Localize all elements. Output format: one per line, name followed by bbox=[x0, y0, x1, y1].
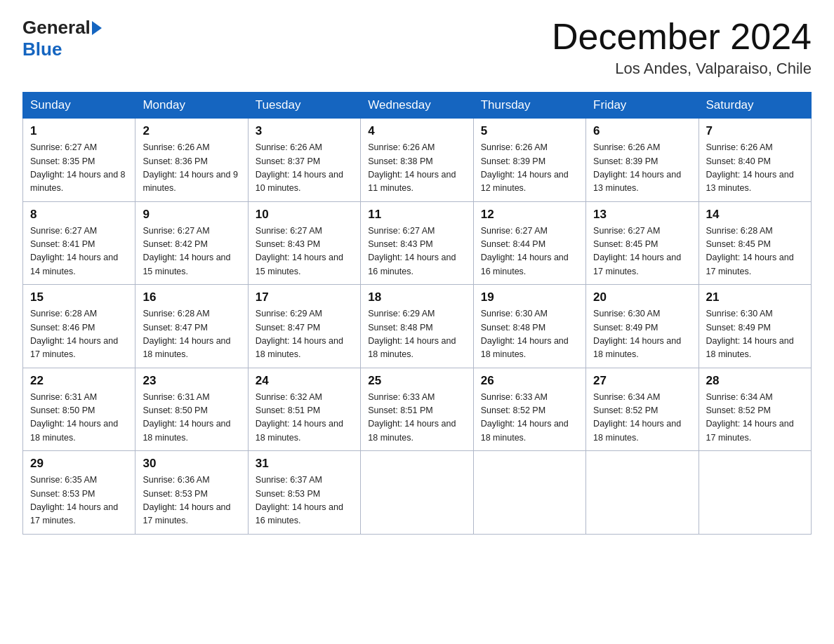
day-info: Sunrise: 6:31 AMSunset: 8:50 PMDaylight:… bbox=[30, 392, 118, 443]
day-info: Sunrise: 6:26 AMSunset: 8:39 PMDaylight:… bbox=[481, 142, 569, 193]
logo-blue-text: Blue bbox=[22, 39, 62, 60]
location-subtitle: Los Andes, Valparaiso, Chile bbox=[552, 60, 812, 78]
calendar-cell: 24 Sunrise: 6:32 AMSunset: 8:51 PMDaylig… bbox=[248, 368, 360, 451]
day-number: 6 bbox=[593, 124, 691, 138]
day-info: Sunrise: 6:29 AMSunset: 8:48 PMDaylight:… bbox=[368, 309, 456, 359]
calendar-cell: 13 Sunrise: 6:27 AMSunset: 8:45 PMDaylig… bbox=[586, 201, 699, 285]
calendar-cell: 22 Sunrise: 6:31 AMSunset: 8:50 PMDaylig… bbox=[23, 368, 135, 451]
calendar-cell: 8 Sunrise: 6:27 AMSunset: 8:41 PMDayligh… bbox=[23, 201, 135, 285]
calendar-cell: 30 Sunrise: 6:36 AMSunset: 8:53 PMDaylig… bbox=[135, 451, 248, 535]
day-info: Sunrise: 6:26 AMSunset: 8:40 PMDaylight:… bbox=[706, 142, 794, 193]
day-info: Sunrise: 6:26 AMSunset: 8:37 PMDaylight:… bbox=[256, 142, 343, 193]
calendar-cell: 19 Sunrise: 6:30 AMSunset: 8:48 PMDaylig… bbox=[473, 285, 585, 368]
calendar-cell: 7 Sunrise: 6:26 AMSunset: 8:40 PMDayligh… bbox=[699, 119, 811, 202]
month-title: December 2024 bbox=[552, 17, 812, 57]
calendar-cell: 20 Sunrise: 6:30 AMSunset: 8:49 PMDaylig… bbox=[586, 285, 699, 368]
calendar-cell: 23 Sunrise: 6:31 AMSunset: 8:50 PMDaylig… bbox=[135, 368, 248, 451]
day-info: Sunrise: 6:37 AMSunset: 8:53 PMDaylight:… bbox=[256, 475, 343, 525]
weekday-header: Wednesday bbox=[361, 93, 473, 119]
day-number: 27 bbox=[593, 374, 691, 388]
calendar-cell: 2 Sunrise: 6:26 AMSunset: 8:36 PMDayligh… bbox=[135, 119, 248, 202]
calendar-cell: 17 Sunrise: 6:29 AMSunset: 8:47 PMDaylig… bbox=[248, 285, 360, 368]
day-number: 3 bbox=[256, 124, 353, 138]
calendar-week-row: 29 Sunrise: 6:35 AMSunset: 8:53 PMDaylig… bbox=[23, 451, 812, 535]
day-number: 2 bbox=[143, 124, 240, 138]
day-number: 12 bbox=[481, 208, 578, 222]
day-number: 22 bbox=[30, 374, 128, 388]
calendar-cell: 12 Sunrise: 6:27 AMSunset: 8:44 PMDaylig… bbox=[473, 201, 585, 285]
calendar-cell: 31 Sunrise: 6:37 AMSunset: 8:53 PMDaylig… bbox=[248, 451, 360, 535]
calendar-cell: 15 Sunrise: 6:28 AMSunset: 8:46 PMDaylig… bbox=[23, 285, 135, 368]
logo-arrow-icon bbox=[92, 21, 102, 35]
day-number: 25 bbox=[368, 374, 465, 388]
day-number: 28 bbox=[706, 374, 804, 388]
title-block: December 2024 Los Andes, Valparaiso, Chi… bbox=[552, 17, 812, 78]
calendar-table: SundayMondayTuesdayWednesdayThursdayFrid… bbox=[22, 92, 812, 535]
day-info: Sunrise: 6:28 AMSunset: 8:47 PMDaylight:… bbox=[143, 309, 230, 359]
day-info: Sunrise: 6:27 AMSunset: 8:43 PMDaylight:… bbox=[256, 226, 343, 276]
day-number: 21 bbox=[706, 290, 804, 304]
day-number: 24 bbox=[256, 374, 353, 388]
day-info: Sunrise: 6:30 AMSunset: 8:49 PMDaylight:… bbox=[706, 309, 794, 359]
calendar-cell: 14 Sunrise: 6:28 AMSunset: 8:45 PMDaylig… bbox=[699, 201, 811, 285]
logo-general-text: General bbox=[22, 17, 91, 39]
page-header: General Blue December 2024 Los Andes, Va… bbox=[22, 17, 812, 78]
day-number: 26 bbox=[481, 374, 578, 388]
day-info: Sunrise: 6:34 AMSunset: 8:52 PMDaylight:… bbox=[593, 392, 681, 443]
calendar-cell: 10 Sunrise: 6:27 AMSunset: 8:43 PMDaylig… bbox=[248, 201, 360, 285]
day-number: 20 bbox=[593, 290, 691, 304]
day-info: Sunrise: 6:35 AMSunset: 8:53 PMDaylight:… bbox=[30, 475, 118, 525]
weekday-header: Thursday bbox=[473, 93, 585, 119]
day-info: Sunrise: 6:27 AMSunset: 8:41 PMDaylight:… bbox=[30, 226, 118, 276]
day-info: Sunrise: 6:32 AMSunset: 8:51 PMDaylight:… bbox=[256, 392, 343, 443]
day-info: Sunrise: 6:30 AMSunset: 8:48 PMDaylight:… bbox=[481, 309, 569, 359]
weekday-header: Friday bbox=[586, 93, 699, 119]
day-number: 9 bbox=[143, 208, 240, 222]
day-number: 18 bbox=[368, 290, 465, 304]
weekday-header: Sunday bbox=[23, 93, 135, 119]
day-number: 1 bbox=[30, 124, 128, 138]
day-number: 14 bbox=[706, 208, 804, 222]
calendar-cell: 6 Sunrise: 6:26 AMSunset: 8:39 PMDayligh… bbox=[586, 119, 699, 202]
day-info: Sunrise: 6:31 AMSunset: 8:50 PMDaylight:… bbox=[143, 392, 230, 443]
day-number: 4 bbox=[368, 124, 465, 138]
day-number: 13 bbox=[593, 208, 691, 222]
calendar-cell: 16 Sunrise: 6:28 AMSunset: 8:47 PMDaylig… bbox=[135, 285, 248, 368]
calendar-cell: 18 Sunrise: 6:29 AMSunset: 8:48 PMDaylig… bbox=[361, 285, 473, 368]
calendar-cell: 29 Sunrise: 6:35 AMSunset: 8:53 PMDaylig… bbox=[23, 451, 135, 535]
day-info: Sunrise: 6:27 AMSunset: 8:43 PMDaylight:… bbox=[368, 226, 456, 276]
calendar-cell bbox=[361, 451, 473, 535]
calendar-cell: 4 Sunrise: 6:26 AMSunset: 8:38 PMDayligh… bbox=[361, 119, 473, 202]
day-number: 16 bbox=[143, 290, 240, 304]
day-number: 23 bbox=[143, 374, 240, 388]
day-info: Sunrise: 6:28 AMSunset: 8:46 PMDaylight:… bbox=[30, 309, 118, 359]
weekday-header-row: SundayMondayTuesdayWednesdayThursdayFrid… bbox=[23, 93, 812, 119]
calendar-week-row: 22 Sunrise: 6:31 AMSunset: 8:50 PMDaylig… bbox=[23, 368, 812, 451]
day-number: 17 bbox=[256, 290, 353, 304]
day-number: 31 bbox=[256, 457, 353, 471]
day-info: Sunrise: 6:27 AMSunset: 8:45 PMDaylight:… bbox=[593, 226, 681, 276]
day-number: 19 bbox=[481, 290, 578, 304]
calendar-cell: 27 Sunrise: 6:34 AMSunset: 8:52 PMDaylig… bbox=[586, 368, 699, 451]
day-number: 15 bbox=[30, 290, 128, 304]
weekday-header: Saturday bbox=[699, 93, 811, 119]
logo: General Blue bbox=[22, 17, 105, 60]
day-info: Sunrise: 6:26 AMSunset: 8:36 PMDaylight:… bbox=[143, 142, 238, 193]
day-info: Sunrise: 6:27 AMSunset: 8:44 PMDaylight:… bbox=[481, 226, 569, 276]
day-info: Sunrise: 6:27 AMSunset: 8:42 PMDaylight:… bbox=[143, 226, 230, 276]
day-number: 5 bbox=[481, 124, 578, 138]
day-number: 10 bbox=[256, 208, 353, 222]
calendar-cell: 9 Sunrise: 6:27 AMSunset: 8:42 PMDayligh… bbox=[135, 201, 248, 285]
calendar-week-row: 1 Sunrise: 6:27 AMSunset: 8:35 PMDayligh… bbox=[23, 119, 812, 202]
day-number: 8 bbox=[30, 208, 128, 222]
calendar-cell: 1 Sunrise: 6:27 AMSunset: 8:35 PMDayligh… bbox=[23, 119, 135, 202]
day-number: 11 bbox=[368, 208, 465, 222]
calendar-cell: 3 Sunrise: 6:26 AMSunset: 8:37 PMDayligh… bbox=[248, 119, 360, 202]
day-info: Sunrise: 6:33 AMSunset: 8:52 PMDaylight:… bbox=[481, 392, 569, 443]
calendar-week-row: 15 Sunrise: 6:28 AMSunset: 8:46 PMDaylig… bbox=[23, 285, 812, 368]
calendar-cell bbox=[699, 451, 811, 535]
calendar-cell: 21 Sunrise: 6:30 AMSunset: 8:49 PMDaylig… bbox=[699, 285, 811, 368]
calendar-cell: 25 Sunrise: 6:33 AMSunset: 8:51 PMDaylig… bbox=[361, 368, 473, 451]
weekday-header: Monday bbox=[135, 93, 248, 119]
calendar-cell: 28 Sunrise: 6:34 AMSunset: 8:52 PMDaylig… bbox=[699, 368, 811, 451]
